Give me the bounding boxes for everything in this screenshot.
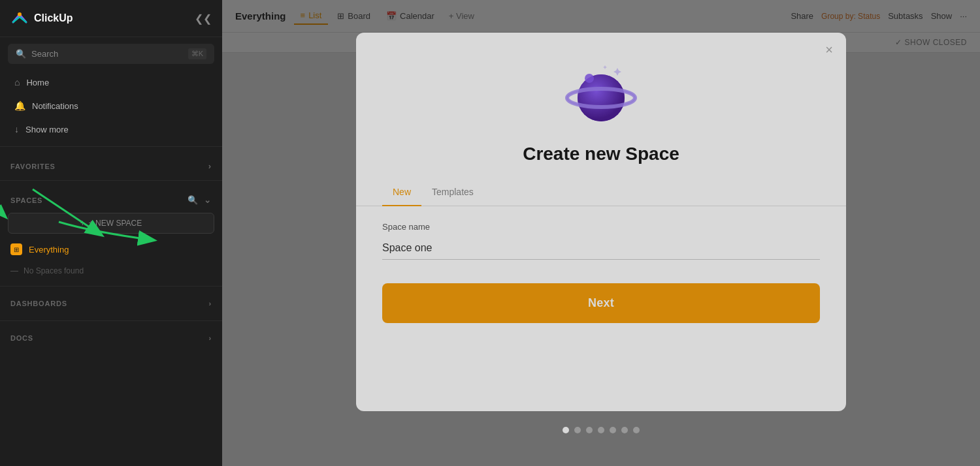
sidebar: ClickUp ❮❮ 🔍 Search ⌘K ⌂ Home 🔔 Notifica… — [0, 0, 222, 466]
next-button[interactable]: Next — [382, 283, 820, 323]
dot-6 — [621, 427, 628, 433]
dot-5 — [610, 427, 616, 433]
modal-form: Space name — [356, 222, 846, 260]
dot-2 — [574, 427, 581, 433]
divider-3 — [0, 286, 222, 287]
search-bar[interactable]: 🔍 Search ⌘K — [8, 44, 214, 64]
new-space-plus-icon: + — [80, 219, 85, 228]
docs-expand-icon[interactable]: › — [209, 334, 212, 342]
no-spaces-message: — No Spaces found — [0, 261, 222, 281]
home-icon: ⌂ — [14, 77, 20, 87]
logo-area: ClickUp — [10, 9, 73, 27]
modal-dots — [563, 427, 640, 433]
space-name-label: Space name — [382, 222, 820, 232]
svg-point-5 — [585, 74, 594, 83]
new-space-button[interactable]: + + NEW SPACE — [8, 213, 214, 234]
modal-title: Create new Space — [356, 144, 846, 164]
tab-new[interactable]: New — [382, 180, 421, 206]
dot-4 — [598, 427, 604, 433]
collapse-button[interactable]: ❮❮ — [195, 12, 212, 25]
bell-icon: 🔔 — [14, 101, 25, 111]
no-spaces-label: No Spaces found — [24, 266, 84, 275]
divider-1 — [0, 146, 222, 147]
sidebar-item-home[interactable]: ⌂ Home — [4, 71, 218, 93]
spaces-search-icon[interactable]: 🔍 — [188, 195, 199, 205]
dashboards-label: DASHBOARDS — [10, 300, 67, 307]
new-space-label: + NEW SPACE — [89, 219, 142, 228]
main-content: Everything ≡ List ⊞ Board 📅 Calendar + V… — [222, 0, 980, 466]
planet-illustration — [559, 59, 644, 131]
spaces-expand-icon[interactable]: ⌄ — [204, 195, 212, 205]
svg-point-2 — [578, 74, 625, 121]
dashboards-expand-icon[interactable]: › — [209, 300, 212, 307]
dashboards-section[interactable]: DASHBOARDS › — [0, 292, 222, 315]
dot-1 — [563, 427, 569, 433]
sidebar-item-notifications[interactable]: 🔔 Notifications — [4, 95, 218, 117]
modal-overlay: × — [222, 0, 980, 466]
space-name-input[interactable] — [382, 237, 820, 260]
dot-7 — [633, 427, 640, 433]
divider-4 — [0, 320, 222, 321]
sidebar-header: ClickUp ❮❮ — [0, 0, 222, 37]
spaces-label: SPACES — [10, 196, 42, 204]
spaces-section-header: SPACES 🔍 ⌄ — [0, 186, 222, 209]
favorites-expand-icon[interactable]: › — [208, 161, 212, 171]
favorites-label: FAVORITES — [10, 163, 56, 170]
everything-icon: ⊞ — [10, 243, 22, 255]
docs-label: DOCS — [10, 334, 33, 342]
clickup-logo-icon — [10, 9, 29, 27]
search-label: Search — [31, 49, 58, 59]
search-shortcut: ⌘K — [188, 48, 206, 59]
modal-tabs: New Templates — [356, 180, 846, 206]
everything-label: Everything — [29, 245, 69, 255]
sidebar-item-everything[interactable]: ⊞ Everything — [0, 238, 222, 261]
modal-illustration — [356, 33, 846, 144]
svg-point-0 — [18, 12, 22, 16]
docs-section[interactable]: DOCS › — [0, 326, 222, 350]
chevron-down-icon: ↓ — [14, 124, 19, 134]
home-label: Home — [26, 78, 49, 87]
notifications-label: Notifications — [32, 101, 78, 111]
divider-2 — [0, 180, 222, 181]
dash-icon: — — [10, 266, 18, 275]
logo-text: ClickUp — [34, 12, 73, 24]
search-icon: 🔍 — [16, 49, 26, 59]
sidebar-item-show-more[interactable]: ↓ Show more — [4, 118, 218, 140]
tab-templates[interactable]: Templates — [421, 180, 484, 206]
modal-close-button[interactable]: × — [825, 43, 833, 56]
show-more-label: Show more — [25, 125, 69, 134]
create-space-modal: × — [356, 33, 846, 411]
dot-3 — [586, 427, 593, 433]
favorites-section-header: FAVORITES › — [0, 152, 222, 175]
